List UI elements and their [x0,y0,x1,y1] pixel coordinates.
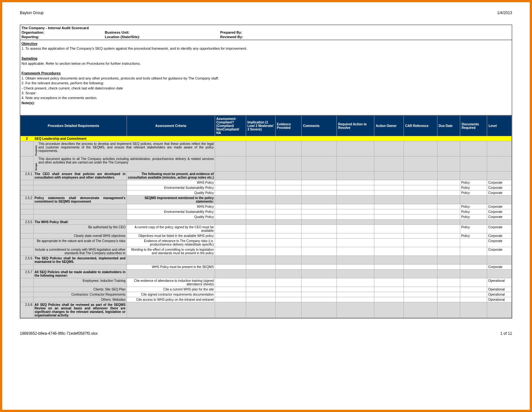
col-level: Level [487,116,512,136]
table-row: Employees: Induction TrainingCite eviden… [21,278,512,287]
page-header: Bayton Group 1/4/2013 [20,9,512,25]
table-row: 2.5.2Policy statements shall demonstrate… [21,196,512,204]
col-car: CAR Reference [404,116,437,136]
table-row: Environmental Sustainability PolicyPolic… [21,185,512,190]
table-row: WHS PolicyPolicyCorporate [21,204,512,209]
notes-block: Objective 1. To assess the application o… [20,40,512,115]
framework-heading: Framework Procedures [21,71,511,76]
main-frame: The Company - Internal Audit Scorecard O… [20,25,512,318]
document-page: Bayton Group 1/4/2013 The Company - Inte… [0,0,532,412]
page-footer: 18893652-b9ea-4746-9f8c-71edef0587f0.xls… [20,318,512,336]
table-row: 2.5.7All SEQ Policies shall be made avai… [21,270,512,278]
col-evidence: Evidence Provided [275,116,302,136]
objective-text: 1. To assess the application of The Comp… [21,46,511,51]
table-row: Quality PolicyPolicyCorporate [21,214,512,220]
footer-filename: 18893652-b9ea-4746-9f8c-71edef0587f0.xls… [20,331,98,336]
reporting-label: Reporting: [21,35,105,39]
fp3: 3. Scope: [21,91,511,96]
fp2: 2. For the relevant documents, perform t… [21,81,511,86]
table-row: WHS PolicyPolicyCorporate [21,180,512,185]
col-due: Due Date [437,116,460,136]
table-row: 2.5.5The WHS Policy Shall: [21,220,512,225]
bu-label: Business Unit: [105,30,220,35]
table-row: 2.5.1The CEO shall ensure that policies … [21,172,512,180]
fp2a: - Check present, check current, check la… [21,86,511,91]
reviewed-label: Reviewed By: [220,35,511,39]
title: The Company - Internal Audit Scorecard [21,26,105,30]
table-row: WHS Policy must be present in the SEQMSC… [21,265,512,270]
location-label: Location (State/Site): [105,35,220,39]
table-row: ScopeThis document applies to all The Co… [21,156,512,172]
table-row: Clients: Site SEQ PlanCite a current WHS… [21,287,512,292]
table-row: 2.5.6The SEQ Policies shall be documente… [21,256,512,265]
table-row: PurposeThis procedure describes the proc… [21,141,512,156]
org-label: Organisation: [21,30,105,35]
col-comments: Comments [302,116,337,136]
table-row: Include a commitment to comply with WHS … [21,247,512,256]
section-row: 2SEQ Leadership and Commitment [21,136,512,141]
prepared-label: Prepared By: [220,30,511,35]
sampling-text: Not applicable. Refer to section below o… [21,61,511,66]
col-assessment: Assessment: Compliant? (Compliant/ NonCo… [215,116,246,136]
col-docs: Documents Required [460,116,487,136]
notes-label: Note(s): [21,101,511,105]
info-block: The Company - Internal Audit Scorecard O… [20,25,512,40]
fp4: 4. Note any exceptions in the comments s… [21,96,511,100]
footer-pagenum: 1 of 11 [500,331,512,336]
header-date: 1/4/2013 [497,11,512,15]
col-action: Required Action to Resolve [337,116,374,136]
audit-table: Procedure Detailed Requirements Assessme… [20,115,512,318]
fp1: 1. Obtain relevant policy documents and … [21,76,511,81]
table-row: Be appropriate to the nature and scale o… [21,239,512,247]
table-row: Environmental Sustainability PolicyPolic… [21,209,512,214]
table-row: Contractors: Contractor RequirementsCite… [21,292,512,297]
table-row: 2.5.8All SEQ Policies shall be reviewed … [21,302,512,318]
objective-heading: Objective [21,41,511,46]
table-row: Clearly state overall WHS objectivesObje… [21,233,512,239]
col-criteria: Assessment Criteria [127,116,215,136]
table-row: Be authorised by the CEOA current copy o… [21,225,512,233]
sampling-heading: Sampling [21,56,511,61]
table-body: 2SEQ Leadership and CommitmentPurposeThi… [21,136,512,318]
table-row: Quality PolicyPolicyCorporate [21,190,512,196]
table-row: Others: WebsitesCite access to WHS polic… [21,297,512,302]
col-req: Procedure Detailed Requirements [21,116,127,136]
header-left: Bayton Group [20,11,44,15]
col-owner: Action Owner [374,116,404,136]
col-implication: Implication (1 Low/ 2 Moderate/ 3 Severe… [246,116,275,136]
table-header: Procedure Detailed Requirements Assessme… [21,116,512,136]
